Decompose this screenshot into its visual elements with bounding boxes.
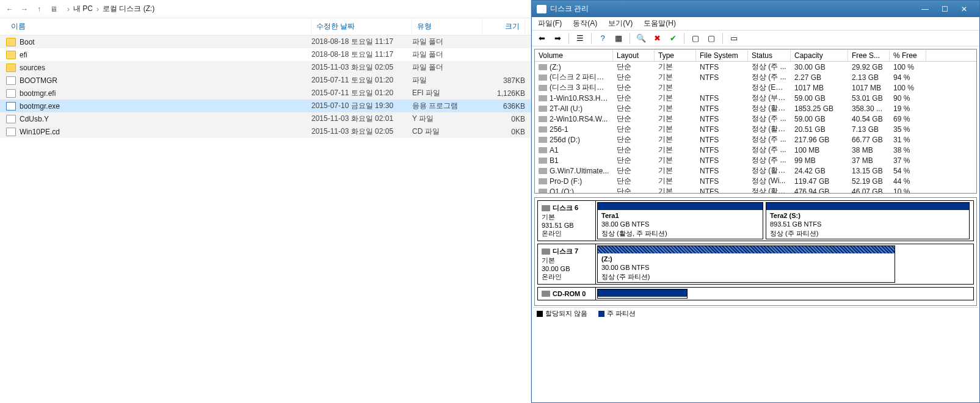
volume-row[interactable]: 256-1단순기본NTFS정상 (활성...20.51 GB7.13 GB35 … [535,124,976,134]
vol-pct: 19 % [890,104,926,113]
col-date[interactable]: 수정한 날짜 [311,19,412,34]
file-row[interactable]: sources2015-11-03 화요일 02:05파일 폴더 [0,61,531,74]
volume-row[interactable]: 1-Win10.RS3.Ho...단순기본NTFS정상 (부팅...59.00 … [535,93,976,103]
disk-block[interactable]: 디스크 6기본931.51 GB온라인Tera138.00 GB NTFS정상 … [537,200,974,241]
window-titlebar[interactable]: 디스크 관리 — ☐ ✕ [532,1,979,17]
file-type: 응용 프로그램 [412,101,482,111]
volume-row[interactable]: 256d (D:)단순기본NTFS정상 (주 ...217.96 GB66.77… [535,134,976,145]
vol-status: 정상 (활성... [748,186,791,193]
col-name[interactable]: 이름 [6,19,311,34]
volume-row[interactable]: 2-Win10.RS4.W...단순기본NTFS정상 (주 ...59.00 G… [535,114,976,124]
vh-status[interactable]: Status [748,50,791,61]
vol-pct: 100 % [890,84,926,92]
vol-fs: NTFS [696,167,748,175]
vh-type[interactable]: Type [655,50,696,61]
disk-type: 기본 [542,212,592,222]
vh-free[interactable]: Free S... [848,50,890,61]
minimize-button[interactable]: — [920,4,931,15]
vh-capacity[interactable]: Capacity [791,50,848,61]
volume-row[interactable]: G.Win7.Ultimate...단순기본NTFS정상 (활성...24.42… [535,165,976,176]
vol-fs: NTFS [696,187,748,194]
vh-volume[interactable]: Volume [535,50,613,61]
vol-name: 2T-All (U:) [535,104,613,113]
breadcrumb-item[interactable]: 로컬 디스크 (Z:) [103,4,154,14]
tb-prop-icon[interactable]: ▢ [705,32,717,45]
tb-delete-icon[interactable]: ✖ [651,32,663,45]
menu-action[interactable]: 동작(A) [573,18,597,29]
volume-row[interactable]: (디스크 3 파티션 1)단순기본정상 (EFI ...1017 MB1017 … [535,82,976,93]
vol-type: 기본 [655,145,696,155]
nav-up-icon[interactable]: ↑ [34,4,44,14]
vol-free: 46.07 GB [848,187,890,194]
vol-status: 정상 (활성... [748,165,791,176]
vol-free: 13.15 GB [848,167,890,175]
tb-help-icon[interactable]: ? [597,32,609,45]
file-row[interactable]: Win10PE.cd2015-11-03 화요일 02:05CD 파일0KB [0,125,531,138]
close-button[interactable]: ✕ [959,4,970,15]
tb-list-icon[interactable]: ☰ [574,32,586,45]
disk-icon [539,147,547,153]
menu-help[interactable]: 도움말(H) [644,18,676,29]
disk-icon [539,126,547,133]
breadcrumb[interactable]: › 내 PC › 로컬 디스크 (Z:) [67,4,154,14]
partition-box[interactable]: Tera138.00 GB NTFS정상 (활성, 주 파티션) [597,202,763,239]
tb-back-icon[interactable]: ⬅ [535,32,548,45]
menu-file[interactable]: 파일(F) [538,18,562,29]
folder-icon [6,38,16,46]
maximize-button[interactable]: ☐ [939,4,950,15]
nav-back-icon[interactable]: ← [5,4,15,14]
vol-free: 2.13 GB [848,73,890,82]
tb-grid-icon[interactable]: ▦ [612,32,625,45]
disk-icon [539,64,547,70]
file-row[interactable]: BOOTMGR2015-07-11 토요일 01:20파일387KB [0,74,531,87]
nav-forward-icon[interactable]: → [20,4,29,14]
vol-type: 기본 [655,62,696,72]
file-date: 2015-07-10 금요일 19:30 [311,101,412,111]
volume-row[interactable]: B1단순기본NTFS정상 (주 ...99 MB37 MB37 % [535,155,976,165]
disk-icon [539,95,547,101]
vol-name: (디스크 2 파티션 3) [535,72,613,82]
tb-new-icon[interactable]: ▢ [689,32,702,45]
volume-row[interactable]: 2T-All (U:)단순기본NTFS정상 (활성...1853.25 GB35… [535,103,976,114]
vol-name: (Z:) [535,63,613,71]
partition-box[interactable]: (Z:)30.00 GB NTFS정상 (주 파티션) [597,245,895,283]
volume-row[interactable]: A1단순기본NTFS정상 (주 ...100 MB38 MB38 % [535,145,976,155]
vh-pct[interactable]: % Free [890,50,926,61]
vol-capacity: 1853.25 GB [791,104,848,113]
file-size: 0KB [482,128,525,136]
toolbar: ⬅ ➡ ☰ ? ▦ 🔍 ✖ ✔ ▢ ▢ ▭ [532,31,979,46]
breadcrumb-item[interactable]: 내 PC [73,4,93,14]
vol-layout: 단순 [613,186,655,193]
file-type: CD 파일 [412,126,482,137]
file-row[interactable]: bootmgr.exe2015-07-10 금요일 19:30응용 프로그램63… [0,100,531,112]
tb-forward-icon[interactable]: ➡ [551,32,564,45]
tb-refresh-icon[interactable]: 🔍 [635,32,647,45]
volume-row[interactable]: (Z:)단순기본NTFS정상 (주 ...30.00 GB29.92 GB100… [535,62,976,72]
file-row[interactable]: Boot2018-08-18 토요일 11:17파일 폴더 [0,35,531,48]
disk-block[interactable]: 디스크 7기본30.00 GB온라인(Z:)30.00 GB NTFS정상 (주… [537,244,974,285]
partition-box[interactable]: Tera2 (S:)893.51 GB NTFS정상 (주 파티션) [766,202,970,239]
vol-pct: 90 % [890,94,926,103]
vh-fs[interactable]: File System [696,50,748,61]
tb-check-icon[interactable]: ✔ [667,32,679,45]
vol-capacity: 217.96 GB [791,136,848,144]
menu-view[interactable]: 보기(V) [608,18,633,29]
file-row[interactable]: bootmgr.efi2015-07-11 토요일 01:20EFI 파일1,1… [0,87,531,100]
vol-capacity: 1017 MB [791,84,848,92]
tb-layout-icon[interactable]: ▭ [728,32,740,45]
partition-box[interactable] [597,289,688,299]
file-icon [6,128,16,136]
col-type[interactable]: 유형 [412,19,482,34]
volume-row[interactable]: Q1 (Q:)단순기본NTFS정상 (활성...476.94 GB46.07 G… [535,186,976,193]
vh-layout[interactable]: Layout [613,50,655,61]
vol-layout: 단순 [613,155,655,165]
volume-row[interactable]: Pro-D (F:)단순기본NTFS정상 (Wi...119.47 GB52.1… [535,176,976,186]
file-name: Win10PE.cd [20,128,311,136]
vol-status: 정상 (부팅... [748,93,791,103]
file-row[interactable]: efi2018-08-18 토요일 11:17파일 폴더 [0,48,531,61]
volume-row[interactable]: (디스크 2 파티션 3)단순기본NTFS정상 (주 ...2.27 GB2.1… [535,72,976,82]
col-size[interactable]: 크기 [482,19,525,34]
file-row[interactable]: CdUsb.Y2015-11-03 화요일 02:01Y 파일0KB [0,112,531,125]
exe-icon [6,102,16,111]
disk-block[interactable]: CD-ROM 0 [537,287,974,300]
